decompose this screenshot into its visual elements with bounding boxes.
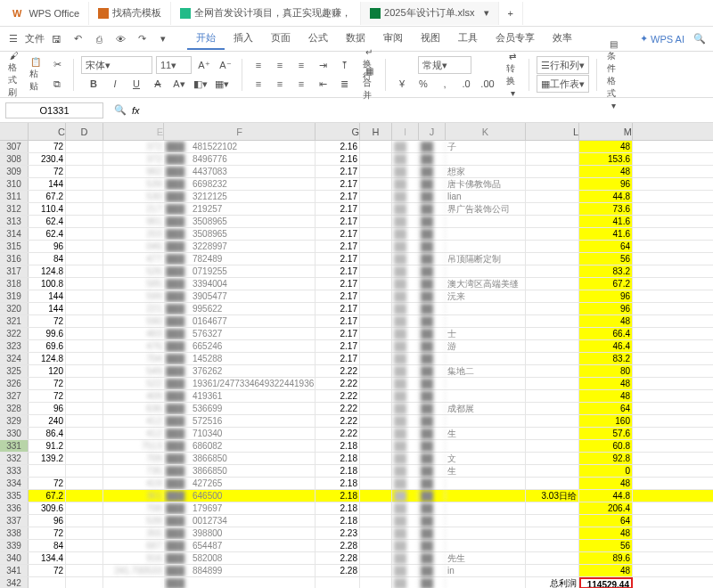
cell[interactable]: ██ — [419, 440, 446, 452]
cell[interactable] — [66, 440, 103, 452]
cell[interactable]: 2.17 — [316, 353, 360, 364]
cell[interactable]: ██ — [392, 490, 419, 502]
tab-efficiency[interactable]: 效率 — [544, 28, 581, 50]
fill-color-icon[interactable]: ◧▾ — [192, 75, 209, 93]
cell[interactable]: 539 — [103, 178, 164, 190]
cell[interactable]: ██ — [419, 552, 446, 564]
cell[interactable] — [66, 353, 103, 364]
cell[interactable]: 2.17 — [316, 228, 360, 240]
cell[interactable]: 2.17 — [316, 178, 360, 190]
cell[interactable] — [360, 315, 392, 327]
align-top-icon[interactable]: ≡ — [250, 56, 267, 74]
cell[interactable]: ██ — [419, 315, 446, 327]
cell[interactable] — [66, 166, 103, 177]
cell[interactable]: ███4437083 — [164, 166, 316, 177]
cell[interactable] — [526, 203, 579, 215]
cell[interactable]: ███3508965 — [164, 216, 316, 227]
table-row[interactable]: 31684477███7824892.17████吊顶隔断定制56 — [0, 253, 713, 265]
cell[interactable]: 46.4 — [579, 340, 633, 352]
cell[interactable] — [66, 191, 103, 202]
cell[interactable]: ██ — [419, 265, 446, 277]
cell[interactable] — [360, 403, 392, 414]
cell[interactable]: 2.22 — [316, 378, 360, 389]
cell[interactable]: 48 — [579, 166, 633, 177]
table-row[interactable]: 33796539███00127342.18████64 — [0, 515, 713, 527]
cell[interactable]: 2.17 — [316, 216, 360, 227]
row-header[interactable]: 312 — [0, 203, 29, 215]
cell[interactable]: 67.2 — [29, 490, 66, 502]
paste-button[interactable]: 📋粘贴 — [27, 66, 45, 84]
tab-project[interactable]: 全网首发设计项目，真正实现趣赚， — [171, 2, 361, 25]
cell[interactable]: 67.2 — [29, 191, 66, 202]
cell[interactable]: 2.28 — [316, 565, 360, 576]
cell[interactable]: 73.6 — [579, 203, 633, 215]
align-bot-icon[interactable]: ≡ — [292, 56, 310, 74]
cell[interactable] — [316, 577, 360, 588]
cell[interactable] — [66, 415, 103, 427]
cell[interactable]: ███19361/24773346493224419361 — [164, 378, 316, 389]
table-row[interactable]: 33984687███6544872.28████56 — [0, 540, 713, 552]
cell[interactable]: 2.18 — [316, 453, 360, 464]
cell[interactable]: 476 — [103, 340, 164, 352]
cell[interactable]: 409 — [103, 390, 164, 402]
cell[interactable] — [360, 191, 392, 202]
cell[interactable] — [66, 153, 103, 165]
cell[interactable] — [66, 465, 103, 477]
cell[interactable]: ██ — [419, 527, 446, 539]
table-row[interactable]: 33872355███3988002.23████48 — [0, 527, 713, 540]
cell[interactable]: ██ — [392, 565, 419, 576]
cell[interactable]: ██ — [392, 378, 419, 389]
cell[interactable]: ███3866850 — [164, 453, 316, 464]
cell[interactable]: 2.16 — [316, 153, 360, 165]
cell[interactable]: ███572516 — [164, 415, 316, 427]
cell[interactable]: 72 — [29, 527, 66, 539]
cell[interactable] — [29, 577, 66, 588]
cell[interactable] — [360, 265, 392, 277]
cell[interactable]: ██ — [419, 178, 446, 190]
cell[interactable]: 2.17 — [316, 253, 360, 265]
row-header[interactable]: 316 — [0, 253, 29, 265]
row-header[interactable]: 308 — [0, 153, 29, 165]
cell[interactable] — [360, 353, 392, 364]
cell[interactable]: 83.2 — [579, 353, 633, 364]
cell[interactable]: 想家 — [446, 166, 526, 177]
cell[interactable] — [66, 502, 103, 514]
cell[interactable]: 0 — [579, 465, 633, 477]
row-header[interactable]: 313 — [0, 216, 29, 227]
cell[interactable] — [360, 527, 392, 539]
cell[interactable]: 372 — [103, 153, 164, 165]
cell[interactable]: 2.17 — [316, 328, 360, 339]
more-icon[interactable]: ▾ — [153, 29, 173, 49]
table-row[interactable]: 30972982███44370832.17████想家48 — [0, 166, 713, 178]
cell[interactable]: 72 — [29, 565, 66, 576]
table-row[interactable]: 317124.8526███07192552.17████83.2 — [0, 265, 713, 278]
cell[interactable]: ██ — [392, 540, 419, 551]
cell[interactable]: ███646500 — [164, 490, 316, 502]
cell[interactable]: ███0164677 — [164, 315, 316, 327]
cell[interactable]: 2.22 — [316, 415, 360, 427]
cell[interactable]: 72 — [29, 378, 66, 389]
cell[interactable] — [526, 540, 579, 551]
table-row[interactable]: 33567.2361███6465002.18████3.03日给44.8 — [0, 490, 713, 502]
cell[interactable]: 72 — [29, 315, 66, 327]
cell[interactable] — [446, 241, 526, 252]
cell[interactable]: 64 — [579, 241, 633, 252]
cell[interactable]: ██ — [392, 465, 419, 477]
table-row[interactable]: 34172241.700533███8848992.28████in48 — [0, 565, 713, 577]
cell[interactable]: 72 — [29, 141, 66, 152]
row-header[interactable]: 342 — [0, 577, 29, 588]
cell[interactable] — [446, 515, 526, 527]
cell[interactable]: ██ — [419, 353, 446, 364]
cell[interactable]: 2.18 — [316, 478, 360, 489]
col-header[interactable]: D — [66, 123, 103, 140]
cell[interactable]: ██ — [392, 453, 419, 464]
cell[interactable] — [360, 290, 392, 302]
cell[interactable]: 沅来 — [446, 290, 526, 302]
cell[interactable]: 217 — [103, 203, 164, 215]
cell[interactable] — [360, 166, 392, 177]
cell[interactable]: 86.4 — [29, 428, 66, 439]
table-row[interactable]: 333735███38668502.18████生0 — [0, 465, 713, 478]
cell[interactable]: 114529.44 — [579, 577, 633, 588]
cell[interactable]: 240 — [29, 415, 66, 427]
row-header[interactable]: 337 — [0, 515, 29, 527]
